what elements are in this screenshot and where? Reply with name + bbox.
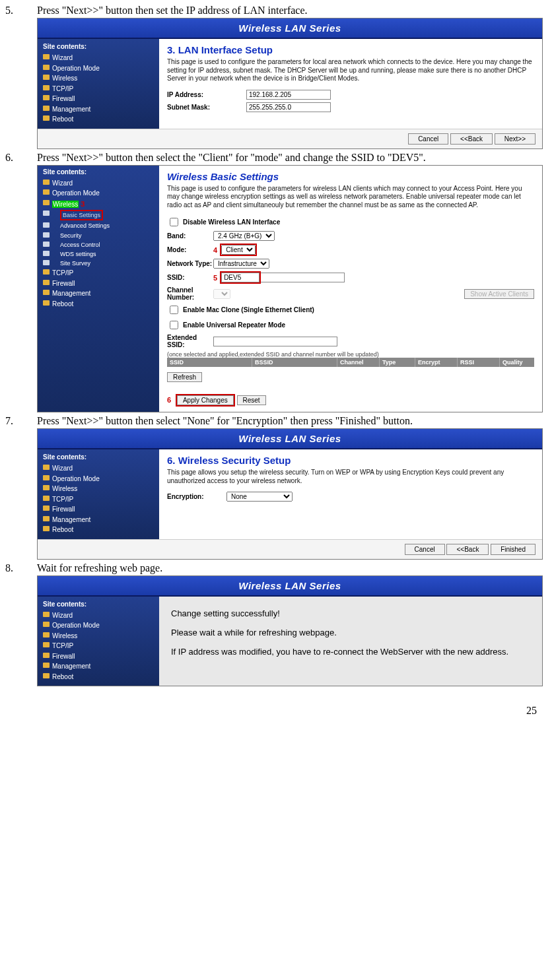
page-desc: This page is used to configure the param… xyxy=(167,185,534,210)
sidebar-item-wizard[interactable]: Wizard xyxy=(43,53,154,63)
cancel-button[interactable]: Cancel xyxy=(405,544,445,555)
mac-clone-label: Enable Mac Clone (Single Ethernet Client… xyxy=(183,306,314,313)
wizard-banner: Wireless LAN Series xyxy=(38,18,542,39)
disable-wlan-checkbox[interactable] xyxy=(170,218,178,226)
wizard-banner: Wireless LAN Series xyxy=(38,429,542,449)
step-text: Press "Next>>" button then set the IP ad… xyxy=(37,5,549,16)
sidebar-item-wireless[interactable]: Wireless xyxy=(43,484,154,494)
sidebar-item-site-survey[interactable]: Site Survey xyxy=(43,259,154,268)
sidebar-item-wireless[interactable]: Wireless xyxy=(43,631,154,641)
page-title: 6. Wireless Security Setup xyxy=(167,455,534,466)
mac-clone-checkbox[interactable] xyxy=(170,306,178,314)
sidebar-item-opmode[interactable]: Operation Mode xyxy=(43,620,154,631)
extended-ssid-input[interactable] xyxy=(213,337,337,346)
sidebar-item-management[interactable]: Management xyxy=(43,288,154,299)
sidebar-item-wizard[interactable]: Wizard xyxy=(43,178,154,189)
sidebar-item-reboot[interactable]: Reboot xyxy=(43,114,154,125)
step-number: 6. xyxy=(5,152,37,164)
sidebar: Site contents: Wizard Operation Mode Wir… xyxy=(38,39,159,129)
sidebar-item-tcpip[interactable]: TCP/IP xyxy=(43,641,154,651)
step-text: Wait for refreshing web page. xyxy=(37,562,549,574)
sidebar-item-reboot[interactable]: Reboot xyxy=(43,672,154,682)
anno-5: 5 xyxy=(213,274,217,282)
step-5: 5. Press "Next>>" button then set the IP… xyxy=(5,5,549,16)
mode-label: Mode: xyxy=(167,246,213,253)
sidebar-item-advanced-settings[interactable]: Advanced Settings xyxy=(43,221,154,230)
wizard-banner: Wireless LAN Series xyxy=(38,576,542,597)
sidebar-item-wireless[interactable]: Wireless 3 xyxy=(43,199,154,210)
sidebar-item-management[interactable]: Management xyxy=(43,104,154,115)
subnet-mask-input[interactable] xyxy=(246,102,331,112)
sidebar: Site contents: Wizard Operation Mode Wir… xyxy=(38,449,159,539)
show-active-clients-button: Show Active Clients xyxy=(464,289,534,299)
sidebar-title: Site contents: xyxy=(43,168,154,176)
sidebar-item-tcpip[interactable]: TCP/IP xyxy=(43,84,154,94)
page-desc: This page allows you setup the wireless … xyxy=(167,469,534,485)
page-number: 25 xyxy=(5,705,549,717)
ssid-input-ext[interactable] xyxy=(261,273,345,282)
cancel-button[interactable]: Cancel xyxy=(408,133,448,145)
sidebar-item-tcpip[interactable]: TCP/IP xyxy=(43,268,154,278)
anno-6: 6 xyxy=(167,396,171,404)
back-button[interactable]: <<Back xyxy=(450,133,493,145)
network-type-label: Network Type: xyxy=(167,260,213,267)
mode-select[interactable]: Client xyxy=(221,245,256,255)
ext-ssid-note: (once selected and applied,extended SSID… xyxy=(167,351,534,358)
main-panel: 3. LAN Interface Setup This page is used… xyxy=(159,39,542,129)
page-desc: This page is used to configure the param… xyxy=(167,58,534,83)
page-title: 3. LAN Interface Setup xyxy=(167,44,534,55)
reset-button[interactable]: Reset xyxy=(237,395,266,405)
sidebar-item-wds-settings[interactable]: WDS settings xyxy=(43,249,154,259)
sidebar-item-wireless[interactable]: Wireless xyxy=(43,73,154,84)
sidebar-item-access-control[interactable]: Access Control xyxy=(43,240,154,249)
screenshot-lan-setup: Wireless LAN Series Site contents: Wizar… xyxy=(37,18,543,149)
universal-repeater-label: Enable Universal Repeater Mode xyxy=(183,321,285,329)
sidebar: Site contents: Wizard Operation Mode Wir… xyxy=(38,166,159,412)
sidebar-item-firewall[interactable]: Firewall xyxy=(43,94,154,104)
sidebar-item-firewall[interactable]: Firewall xyxy=(43,278,154,289)
sidebar-item-tcpip[interactable]: TCP/IP xyxy=(43,494,154,505)
step-number: 7. xyxy=(5,415,37,427)
ip-address-label: IP Address: xyxy=(167,91,246,98)
page-title: Wireless Basic Settings xyxy=(167,171,534,182)
step-6: 6. Press "Next>>" button then select the… xyxy=(5,152,549,164)
step-number: 8. xyxy=(5,562,37,574)
step-7: 7. Press "Next>>" button then select "No… xyxy=(5,415,549,427)
ssid-input[interactable] xyxy=(221,273,260,282)
sidebar-item-reboot[interactable]: Reboot xyxy=(43,525,154,535)
sidebar-item-opmode[interactable]: Operation Mode xyxy=(43,63,154,74)
ip-address-input[interactable] xyxy=(246,90,331,100)
sidebar-item-security[interactable]: Security xyxy=(43,231,154,240)
sidebar-item-firewall[interactable]: Firewall xyxy=(43,504,154,515)
universal-repeater-checkbox[interactable] xyxy=(170,321,178,329)
sidebar-item-management[interactable]: Management xyxy=(43,515,154,525)
sidebar-item-opmode[interactable]: Operation Mode xyxy=(43,474,154,484)
screenshot-wireless-basic: Site contents: Wizard Operation Mode Wir… xyxy=(37,165,543,413)
extended-ssid-label: Extended SSID: xyxy=(167,334,213,348)
sidebar-item-wizard[interactable]: Wizard xyxy=(43,463,154,474)
band-select[interactable]: 2.4 GHz (B+G) xyxy=(213,231,275,241)
back-button[interactable]: <<Back xyxy=(446,544,489,555)
sidebar-item-basic-settings[interactable]: Basic Settings xyxy=(43,209,154,221)
next-button[interactable]: Next>> xyxy=(495,133,536,145)
reconnect-message: If IP address was modified, you have to … xyxy=(171,647,530,657)
finished-button[interactable]: Finished xyxy=(491,544,536,555)
apply-changes-button[interactable]: Apply Changes xyxy=(177,395,234,405)
sidebar-item-management[interactable]: Management xyxy=(43,661,154,672)
network-type-select[interactable]: Infrastructure xyxy=(213,259,269,269)
step-number: 5. xyxy=(5,5,37,16)
refresh-button[interactable]: Refresh xyxy=(167,372,202,382)
subnet-mask-label: Subnet Mask: xyxy=(167,104,246,111)
step-8: 8. Wait for refreshing web page. xyxy=(5,562,549,574)
sidebar-item-reboot[interactable]: Reboot xyxy=(43,299,154,310)
sidebar-title: Site contents: xyxy=(43,601,154,608)
step-text: Press "Next>>" button then select the "C… xyxy=(37,152,549,164)
success-message: Change setting successfully! xyxy=(171,608,530,618)
sidebar-item-opmode[interactable]: Operation Mode xyxy=(43,188,154,199)
sidebar-item-wizard[interactable]: Wizard xyxy=(43,610,154,621)
sidebar-item-firewall[interactable]: Firewall xyxy=(43,651,154,662)
channel-label: Channel Number: xyxy=(167,286,213,301)
encryption-select[interactable]: None xyxy=(226,492,293,502)
sidebar-title: Site contents: xyxy=(43,43,154,50)
wizard-button-row: Cancel <<Back Finished xyxy=(38,539,542,559)
